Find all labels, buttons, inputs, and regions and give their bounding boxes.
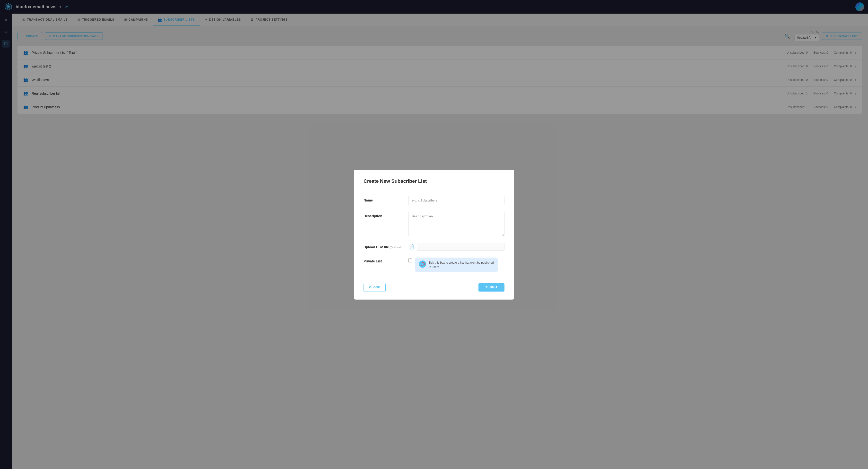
description-textarea[interactable]: [408, 212, 504, 236]
name-input[interactable]: [408, 196, 504, 205]
close-button[interactable]: CLOSE: [364, 283, 385, 292]
modal-footer: CLOSE SUBMIT: [364, 279, 504, 292]
name-label: Name: [364, 196, 402, 202]
name-field-row: Name: [364, 196, 504, 205]
tooltip-text: Tick this box to create a list that wont…: [429, 261, 494, 269]
tooltip-icon: 🚫: [419, 261, 426, 268]
description-label: Description: [364, 212, 402, 218]
private-list-checkbox[interactable]: [408, 259, 412, 262]
csv-file-icon[interactable]: 📄: [408, 244, 414, 249]
description-field-row: Description: [364, 212, 504, 236]
csv-field-row: Upload CSV file (Optional) 📄: [364, 243, 504, 251]
private-list-row: Private List 🚫 Tick this box to create a…: [364, 258, 504, 272]
csv-label: Upload CSV file (Optional): [364, 243, 402, 249]
csv-input[interactable]: [417, 243, 504, 251]
modal-title: Create New Subscriber List: [364, 178, 504, 188]
private-list-tooltip: 🚫 Tick this box to create a list that wo…: [415, 258, 498, 272]
private-label-col: Private List: [364, 258, 402, 263]
create-modal: Create New Subscriber List Name Descript…: [354, 170, 514, 300]
submit-button[interactable]: SUBMIT: [478, 283, 504, 292]
private-label: Private List: [364, 259, 382, 263]
modal-overlay[interactable]: Create New Subscriber List Name Descript…: [0, 0, 868, 469]
csv-upload-area: 📄: [408, 243, 504, 251]
private-controls: 🚫 Tick this box to create a list that wo…: [408, 258, 498, 272]
